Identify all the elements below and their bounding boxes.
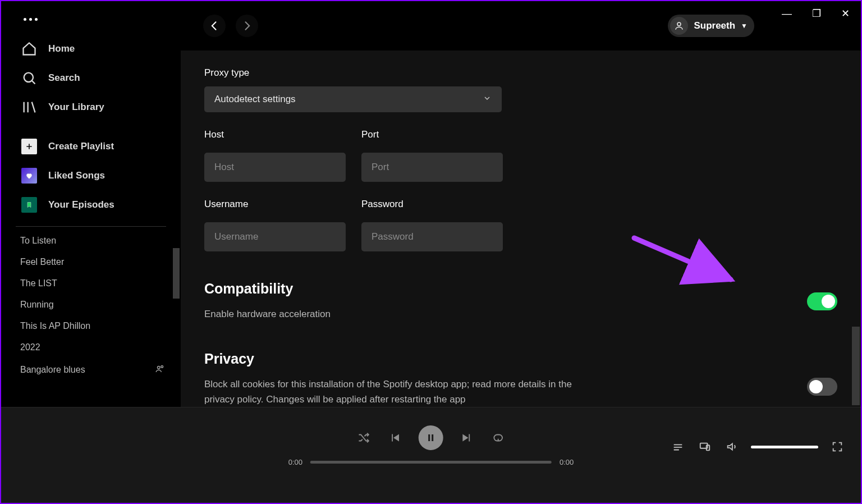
list-item[interactable]: The LIST	[1, 273, 181, 294]
previous-button[interactable]	[387, 430, 403, 446]
list-item[interactable]: Bangalore blues	[1, 358, 181, 382]
devices-button[interactable]	[697, 439, 713, 455]
play-pause-button[interactable]	[419, 425, 443, 450]
sidebar-search[interactable]: Search	[1, 63, 181, 93]
bookmark-icon	[21, 197, 37, 213]
svg-point-1	[24, 73, 33, 82]
privacy-desc: Block all cookies for this installation …	[204, 377, 597, 407]
repeat-button[interactable]	[490, 430, 506, 446]
privacy-heading: Privacy	[204, 351, 597, 367]
sidebar: Home Search Your Library Create Playlist…	[1, 1, 181, 407]
select-value: Autodetect settings	[214, 94, 296, 105]
search-icon	[21, 70, 37, 86]
window-controls: ― ❐ ✕	[1, 1, 861, 26]
port-input[interactable]	[361, 153, 503, 182]
port-label: Port	[361, 129, 503, 140]
time-elapsed: 0:00	[288, 458, 302, 466]
block-cookies-toggle[interactable]	[807, 378, 837, 396]
sidebar-item-label: Search	[48, 72, 80, 84]
list-item[interactable]: This Is AP Dhillon	[1, 315, 181, 337]
sidebar-home[interactable]: Home	[1, 34, 181, 63]
volume-slider[interactable]	[751, 446, 818, 448]
svg-point-2	[158, 366, 161, 369]
compatibility-heading: Compatibility	[204, 281, 331, 297]
sidebar-item-label: Your Library	[48, 102, 104, 113]
your-episodes-button[interactable]: Your Episodes	[1, 190, 181, 219]
library-icon	[21, 99, 37, 115]
next-button[interactable]	[459, 430, 475, 446]
svg-rect-4	[429, 434, 430, 441]
host-label: Host	[204, 129, 346, 140]
player-bar: 0:00 0:00	[1, 407, 861, 503]
username-label: Username	[204, 199, 346, 210]
list-item[interactable]: To Listen	[1, 230, 181, 251]
sidebar-item-label: Home	[48, 43, 75, 54]
sidebar-item-label: Your Episodes	[48, 199, 114, 210]
settings-pane: Proxy type Autodetect settings Host Port…	[181, 51, 861, 407]
queue-button[interactable]	[670, 439, 686, 455]
close-icon[interactable]: ✕	[841, 7, 850, 20]
progress-bar[interactable]	[310, 461, 552, 464]
divider	[16, 226, 166, 227]
sidebar-item-label: Liked Songs	[48, 170, 105, 181]
sidebar-item-label: Create Playlist	[48, 141, 114, 152]
list-item[interactable]: 2022	[1, 337, 181, 358]
home-icon	[21, 41, 37, 57]
main-scrollbar[interactable]	[852, 327, 860, 405]
liked-songs-button[interactable]: Liked Songs	[1, 161, 181, 190]
compat-desc: Enable hardware acceleration	[204, 307, 331, 322]
pause-icon	[426, 433, 436, 443]
proxy-type-label: Proxy type	[204, 67, 837, 79]
host-input[interactable]	[204, 153, 346, 182]
collaborative-icon	[155, 364, 165, 376]
password-label: Password	[361, 199, 503, 210]
playlist-list: To Listen Feel Better The LIST Running T…	[1, 230, 181, 407]
time-total: 0:00	[560, 458, 574, 466]
list-item[interactable]: Running	[1, 294, 181, 315]
chevron-down-icon	[483, 94, 492, 106]
sidebar-library[interactable]: Your Library	[1, 93, 181, 122]
plus-icon	[21, 139, 37, 154]
svg-point-3	[161, 365, 163, 368]
sidebar-scrollbar[interactable]	[173, 248, 180, 299]
proxy-type-select[interactable]: Autodetect settings	[204, 86, 502, 112]
fullscreen-button[interactable]	[829, 439, 845, 455]
password-input[interactable]	[361, 222, 503, 251]
maximize-icon[interactable]: ❐	[812, 7, 821, 20]
list-item[interactable]: Feel Better	[1, 251, 181, 273]
volume-button[interactable]	[724, 439, 740, 455]
shuffle-button[interactable]	[356, 430, 372, 446]
svg-rect-5	[432, 434, 434, 441]
create-playlist-button[interactable]: Create Playlist	[1, 132, 181, 161]
hardware-accel-toggle[interactable]	[807, 292, 837, 310]
heart-icon	[21, 168, 37, 184]
minimize-icon[interactable]: ―	[782, 8, 792, 20]
username-input[interactable]	[204, 222, 346, 251]
